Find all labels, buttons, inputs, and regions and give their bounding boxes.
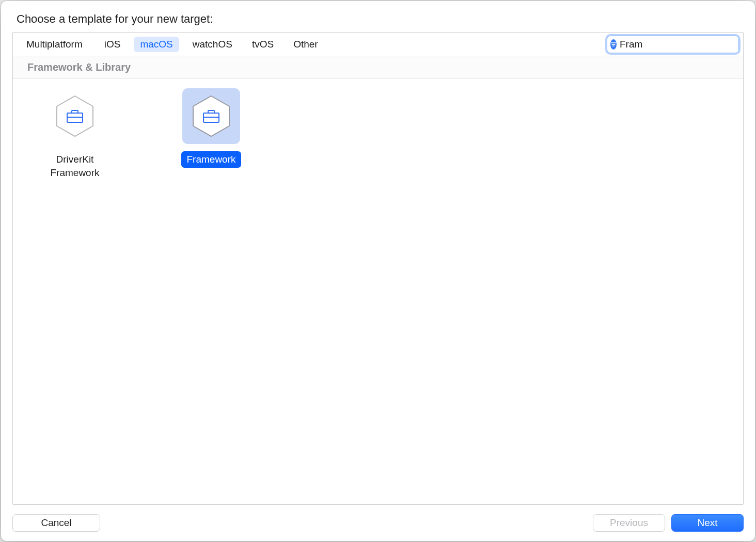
- main-panel: Multiplatform iOS macOS watchOS tvOS Oth…: [12, 32, 666, 478]
- tab-other[interactable]: Other: [287, 37, 324, 52]
- sheet-title: Choose a template for your new target:: [17, 12, 666, 26]
- tab-watchos[interactable]: watchOS: [186, 37, 239, 52]
- svg-marker-5: [57, 96, 93, 136]
- section-header: Framework & Library: [13, 56, 666, 79]
- template-driverkit-framework[interactable]: DriverKit Framework: [23, 88, 127, 181]
- template-icon-wrap: [46, 88, 104, 144]
- tab-tvos[interactable]: tvOS: [246, 37, 280, 52]
- filter-icon: [610, 39, 617, 50]
- platform-tabbar: Multiplatform iOS macOS watchOS tvOS Oth…: [13, 33, 666, 56]
- tab-multiplatform[interactable]: Multiplatform: [20, 37, 89, 52]
- template-icon-wrap: [182, 88, 240, 144]
- toolbox-icon: [191, 95, 231, 137]
- template-grid: DriverKit Framework Framework: [13, 79, 666, 190]
- svg-marker-8: [193, 96, 229, 136]
- template-label: Framework: [181, 151, 241, 168]
- tab-macos[interactable]: macOS: [134, 37, 179, 52]
- search-input[interactable]: [620, 39, 666, 50]
- search-field[interactable]: [607, 36, 666, 53]
- template-label: DriverKit Framework: [45, 151, 104, 181]
- template-chooser-sheet: Choose a template for your new target: M…: [1, 1, 666, 478]
- tab-ios[interactable]: iOS: [98, 37, 127, 52]
- toolbox-icon: [55, 95, 95, 137]
- template-framework[interactable]: Framework: [160, 88, 263, 168]
